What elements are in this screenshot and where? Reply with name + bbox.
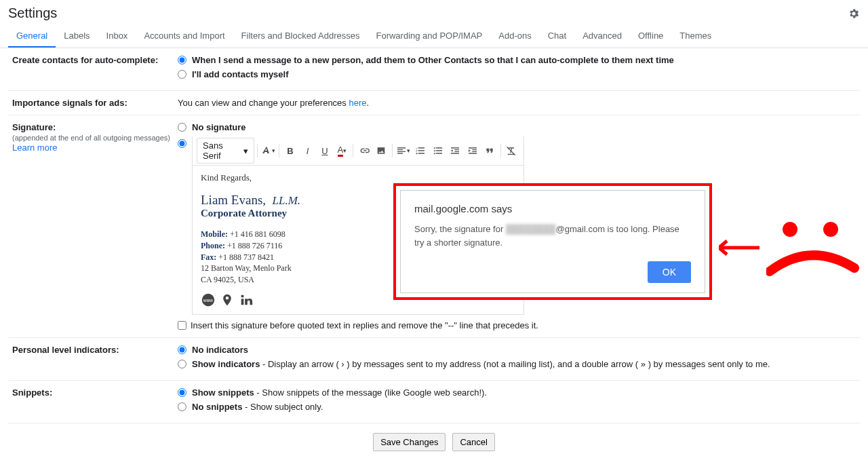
linkedin-icon[interactable] xyxy=(239,292,254,307)
importance-label: Importance signals for ads: xyxy=(8,98,178,108)
tabs-bar: General Labels Inbox Accounts and Import… xyxy=(0,24,868,48)
tab-inbox[interactable]: Inbox xyxy=(98,24,136,48)
snippets-radio-none[interactable] xyxy=(178,402,186,411)
tab-offline[interactable]: Offline xyxy=(630,24,671,48)
autocomplete-radio-self[interactable] xyxy=(178,70,186,79)
snippets-label: Snippets: xyxy=(8,387,178,416)
importance-text: You can view and change your preferences xyxy=(178,98,349,108)
signature-checkbox[interactable] xyxy=(178,321,186,330)
signature-checkbox-label[interactable]: Insert this signature before quoted text… xyxy=(191,320,538,330)
remove-format-icon[interactable] xyxy=(504,142,519,159)
link-icon[interactable] xyxy=(356,142,372,159)
autocomplete-opt-add[interactable]: When I send a message to a new person, a… xyxy=(192,55,674,65)
autocomplete-opt-self[interactable]: I'll add contacts myself xyxy=(192,69,289,79)
alert-dialog: mail.google.com says Sorry, the signatur… xyxy=(393,183,712,300)
tab-labels[interactable]: Labels xyxy=(56,24,98,48)
signature-label: Signature: xyxy=(12,122,56,132)
tab-chat[interactable]: Chat xyxy=(540,24,574,48)
signature-radio-custom[interactable] xyxy=(178,139,186,148)
autocomplete-radio-add[interactable] xyxy=(178,56,186,64)
snippets-opt-show[interactable]: Show snippets - Show snippets of the mes… xyxy=(192,387,487,398)
indent-less-icon[interactable] xyxy=(447,142,462,159)
indent-more-icon[interactable] xyxy=(465,142,480,159)
personal-radio-none[interactable] xyxy=(178,345,186,354)
bold-icon[interactable]: B xyxy=(282,142,298,159)
page-title: Settings xyxy=(8,5,57,21)
signature-learn-more[interactable]: Learn more xyxy=(12,142,57,153)
image-icon[interactable] xyxy=(374,142,389,159)
italic-icon[interactable]: I xyxy=(300,142,315,159)
svg-text:www: www xyxy=(203,298,213,303)
text-color-icon[interactable]: A▾ xyxy=(334,142,350,159)
signature-toolbar: Sans Serif ▾ ▾ B I U A▾ ▾ xyxy=(192,136,524,165)
snippets-opt-none[interactable]: No snippets - Show subject only. xyxy=(192,402,323,412)
cancel-button[interactable]: Cancel xyxy=(452,433,494,451)
signature-sub: (appended at the end of all outgoing mes… xyxy=(12,134,170,142)
svg-point-3 xyxy=(823,222,838,237)
signature-radio-none[interactable] xyxy=(178,123,186,132)
personal-label: Personal level indicators: xyxy=(8,345,178,373)
font-select[interactable]: Sans Serif ▾ xyxy=(197,138,254,164)
font-size-icon[interactable]: ▾ xyxy=(260,142,276,159)
tab-advanced[interactable]: Advanced xyxy=(574,24,630,48)
importance-dot: . xyxy=(367,98,370,108)
quote-icon[interactable] xyxy=(481,142,497,159)
dialog-title: mail.google.com says xyxy=(414,203,691,214)
tab-forwarding[interactable]: Forwarding and POP/IMAP xyxy=(368,24,490,48)
snippets-radio-show[interactable] xyxy=(178,388,186,397)
signature-opt-none[interactable]: No signature xyxy=(192,122,245,132)
personal-opt-none[interactable]: No indicators xyxy=(192,345,248,355)
map-pin-icon[interactable] xyxy=(220,292,235,307)
annotation-arrow-icon xyxy=(719,238,760,260)
tab-filters[interactable]: Filters and Blocked Addresses xyxy=(233,24,368,48)
autocomplete-label: Create contacts for auto-complete: xyxy=(8,55,178,83)
tab-addons[interactable]: Add-ons xyxy=(490,24,539,48)
personal-radio-show[interactable] xyxy=(178,360,186,368)
dialog-ok-button[interactable]: OK xyxy=(648,261,691,283)
gear-icon[interactable] xyxy=(848,7,860,20)
underline-icon[interactable]: U xyxy=(317,142,332,159)
www-icon[interactable]: www xyxy=(201,292,216,307)
tab-general[interactable]: General xyxy=(8,24,56,48)
sig-greeting: Kind Regards, xyxy=(201,172,515,183)
importance-link[interactable]: here xyxy=(349,98,366,108)
dialog-message: Sorry, the signature for ████████@gmail.… xyxy=(414,223,691,249)
align-icon[interactable]: ▾ xyxy=(395,142,411,159)
tab-themes[interactable]: Themes xyxy=(671,24,719,48)
personal-opt-show[interactable]: Show indicators - Display an arrow ( › )… xyxy=(192,359,770,369)
annotation-sad-face-icon xyxy=(766,217,861,280)
svg-point-2 xyxy=(783,222,797,237)
bullet-list-icon[interactable] xyxy=(430,142,446,159)
numbered-list-icon[interactable] xyxy=(412,142,428,159)
save-button[interactable]: Save Changes xyxy=(373,433,446,451)
tab-accounts[interactable]: Accounts and Import xyxy=(136,24,233,48)
